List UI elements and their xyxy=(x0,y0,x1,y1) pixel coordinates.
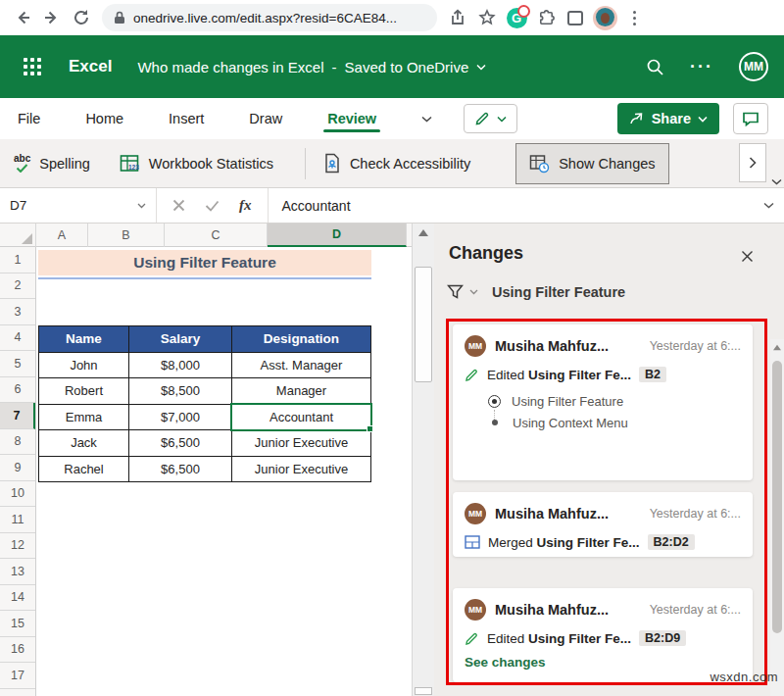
formula-input[interactable]: Accountant xyxy=(269,188,764,223)
change-time: Yesterday at 6:... xyxy=(650,603,741,617)
insert-function-icon[interactable]: fx xyxy=(239,197,252,214)
show-changes-button[interactable]: Show Changes xyxy=(515,143,668,184)
document-title[interactable]: Who made changes in Excel - Saved to One… xyxy=(137,59,486,75)
close-icon[interactable] xyxy=(736,245,758,267)
tab-file[interactable]: File xyxy=(16,102,42,135)
table-header-designation[interactable]: Designation xyxy=(232,326,371,353)
row-header-14[interactable]: 14 xyxy=(0,585,35,612)
extensions-puzzle-icon[interactable] xyxy=(531,3,561,32)
change-action-row: Edited Using Filter Fe... B2 xyxy=(465,367,741,382)
see-changes-link[interactable]: See changes xyxy=(465,655,741,670)
enter-check-icon[interactable] xyxy=(205,200,220,212)
selected-cell-d7[interactable]: Accountant xyxy=(232,404,371,430)
panel-scrollbar-thumb[interactable] xyxy=(772,361,782,633)
forward-icon[interactable] xyxy=(37,3,67,32)
tab-insert[interactable]: Insert xyxy=(167,102,206,135)
tabs-chevron-down-icon[interactable] xyxy=(421,116,432,123)
cell-d8[interactable]: Junior Executive xyxy=(232,430,371,457)
cell-b5[interactable]: John xyxy=(39,352,129,378)
reload-icon[interactable] xyxy=(67,3,96,32)
row-header-11[interactable]: 11 xyxy=(0,507,35,533)
sheet-title-cell[interactable]: Using Filter Feature xyxy=(38,250,371,275)
column-header-C[interactable]: C xyxy=(165,224,268,247)
ribbon-overflow-button[interactable] xyxy=(739,143,766,182)
tab-home[interactable]: Home xyxy=(83,102,125,135)
panel-scrollbar[interactable] xyxy=(770,339,784,696)
expand-formula-bar-icon[interactable] xyxy=(763,188,784,223)
row-header-15[interactable]: 15 xyxy=(0,611,35,637)
cell-c9[interactable]: $6,500 xyxy=(129,456,232,482)
sheet-vertical-scrollbar[interactable] xyxy=(412,224,434,696)
row-header-3[interactable]: 3 xyxy=(0,299,35,325)
account-avatar[interactable]: MM xyxy=(739,52,768,81)
cell-d5[interactable]: Asst. Manager xyxy=(232,352,371,378)
row-header-2[interactable]: 2 xyxy=(0,273,35,300)
column-header-B[interactable]: B xyxy=(88,224,165,247)
row-header-9[interactable]: 9 xyxy=(0,455,35,481)
change-card-1[interactable]: MM Musiha Mahfuz... Yesterday at 6:... E… xyxy=(453,324,753,480)
select-all-corner[interactable] xyxy=(0,224,36,247)
browser-profile-avatar[interactable] xyxy=(590,3,619,32)
cell-c5[interactable]: $8,000 xyxy=(129,352,232,378)
cell-d6[interactable]: Manager xyxy=(232,378,371,405)
row-header-7[interactable]: 7 xyxy=(0,403,35,429)
change-card-2[interactable]: MM Musiha Mahfuz... Yesterday at 6:... M… xyxy=(453,492,753,557)
spelling-icon: abc xyxy=(14,154,30,173)
cell-c8[interactable]: $6,500 xyxy=(129,430,232,457)
cancel-icon[interactable] xyxy=(172,199,185,212)
cell-b9[interactable]: Rachel xyxy=(39,456,129,482)
row-header-1[interactable]: 1 xyxy=(0,247,35,273)
chevron-down-icon xyxy=(137,203,146,209)
chevron-down-icon[interactable] xyxy=(476,64,486,71)
row-header-8[interactable]: 8 xyxy=(0,429,35,456)
row-header-10[interactable]: 10 xyxy=(0,481,35,508)
collapse-ribbon-icon[interactable] xyxy=(771,178,782,185)
app-name[interactable]: Excel xyxy=(69,57,112,76)
side-panel-icon[interactable] xyxy=(561,3,590,32)
check-accessibility-button[interactable]: Check Accessibility xyxy=(323,153,470,174)
comments-button[interactable] xyxy=(733,103,768,134)
ellipsis-icon[interactable]: ··· xyxy=(690,57,713,77)
table-header-salary[interactable]: Salary xyxy=(129,326,232,353)
table-header-name[interactable]: Name xyxy=(39,326,129,353)
row-header-4[interactable]: 4 xyxy=(0,325,35,352)
search-icon[interactable] xyxy=(646,58,664,76)
filter-control[interactable]: Using Filter Feature xyxy=(447,284,625,300)
row-header-18[interactable]: 18 xyxy=(0,689,35,696)
cell-b7[interactable]: Emma xyxy=(39,404,129,430)
tab-draw[interactable]: Draw xyxy=(247,102,284,135)
cell-d9[interactable]: Junior Executive xyxy=(232,456,371,482)
change-card-3[interactable]: MM Musiha Mahfuz... Yesterday at 6:... E… xyxy=(453,588,753,682)
spelling-button[interactable]: abc Spelling xyxy=(14,154,90,173)
app-launcher-icon[interactable] xyxy=(24,58,41,75)
browser-menu-icon[interactable] xyxy=(619,3,649,32)
row-header-12[interactable]: 12 xyxy=(0,533,35,560)
column-header-A[interactable]: A xyxy=(36,224,88,247)
column-header-D[interactable]: D xyxy=(268,224,407,247)
row-header-13[interactable]: 13 xyxy=(0,559,35,585)
cell-c7[interactable]: $7,000 xyxy=(129,404,232,430)
panel-scrollbar-up-arrow-icon[interactable] xyxy=(770,339,784,355)
row-header-16[interactable]: 16 xyxy=(0,637,35,664)
back-icon[interactable] xyxy=(8,3,37,32)
scrollbar-up-arrow-icon[interactable] xyxy=(413,224,434,241)
row-header-17[interactable]: 17 xyxy=(0,663,35,689)
cell-c6[interactable]: $8,500 xyxy=(129,378,232,405)
name-box[interactable]: D7 xyxy=(0,188,157,223)
scrollbar-bottom[interactable] xyxy=(415,687,432,695)
address-bar[interactable]: onedrive.live.com/edit.aspx?resid=6CAE84… xyxy=(102,4,437,31)
bookmark-star-icon[interactable] xyxy=(472,3,502,32)
tab-review[interactable]: Review xyxy=(325,102,378,135)
row-header-6[interactable]: 6 xyxy=(0,377,35,404)
row-header-5[interactable]: 5 xyxy=(0,351,35,377)
editing-mode-button[interactable] xyxy=(464,104,517,133)
grammarly-extension-icon[interactable]: G xyxy=(502,3,531,32)
workbook-statistics-button[interactable]: 123 Workbook Statistics xyxy=(120,154,273,174)
cell-b8[interactable]: Jack xyxy=(39,430,129,457)
send-icon[interactable] xyxy=(443,3,472,32)
share-button[interactable]: Share xyxy=(617,103,719,134)
cell-b6[interactable]: Robert xyxy=(39,378,129,405)
option-previous[interactable]: Using Context Menu xyxy=(488,412,741,433)
option-current[interactable]: Using Filter Feature xyxy=(488,390,741,412)
scrollbar-thumb[interactable] xyxy=(415,267,432,382)
